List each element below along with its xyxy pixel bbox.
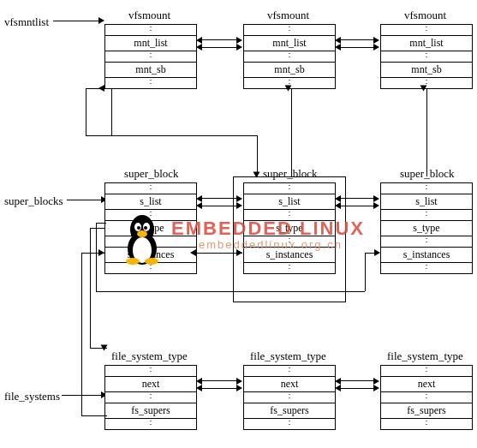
mnt-list-field: mnt_list <box>381 36 472 51</box>
watermark-main: EMBEDDED LINUX <box>171 218 365 240</box>
fs-supers-field: fs_supers <box>244 403 335 419</box>
next-field: next <box>244 377 335 392</box>
s-list-field: s_list <box>244 194 335 210</box>
arrow-icon <box>285 86 292 92</box>
bidir-arrow <box>335 196 379 208</box>
ellipsis: ⋮ <box>381 366 472 377</box>
svg-point-8 <box>126 258 140 265</box>
bidir-arrow <box>196 196 242 208</box>
vfsmount-struct: ⋮ mnt_list ⋮ mnt_sb ⋮ <box>380 24 473 89</box>
arrow-icon <box>98 85 104 92</box>
mnt-sb-field: mnt_sb <box>105 63 196 78</box>
watermark-sub: embeddedlinux.org.cn <box>199 238 343 251</box>
bidir-arrow <box>335 38 379 50</box>
line <box>90 228 91 348</box>
s-list-field: s_list <box>105 194 196 210</box>
fst-title: file_system_type <box>250 349 326 363</box>
line <box>81 415 107 416</box>
fst-title: file_system_type <box>387 349 463 363</box>
ellipsis: ⋮ <box>105 25 196 36</box>
ellipsis: ⋮ <box>381 419 472 429</box>
super-block-title: super_block <box>400 167 455 181</box>
arrow-icon <box>374 249 380 256</box>
ellipsis: ⋮ <box>105 366 196 377</box>
ellipsis: ⋮ <box>244 366 335 377</box>
line <box>86 88 86 135</box>
line <box>67 200 103 200</box>
ellipsis: ⋮ <box>381 236 472 248</box>
arrow-icon <box>190 249 196 256</box>
line <box>53 21 100 21</box>
next-field: next <box>381 377 472 392</box>
bidir-arrow <box>196 38 242 50</box>
vfsmount-title: vfsmount <box>404 9 446 22</box>
svg-point-9 <box>145 258 158 265</box>
tux-penguin-icon <box>118 210 166 266</box>
arrow-icon <box>98 17 104 24</box>
line <box>96 223 106 224</box>
fs-supers-field: fs_supers <box>381 403 472 419</box>
ellipsis: ⋮ <box>381 183 472 194</box>
arrow-icon <box>253 172 260 178</box>
line <box>291 88 292 176</box>
line <box>62 395 103 396</box>
vfsmntlist-label: vfsmntlist <box>4 15 49 29</box>
line <box>90 228 104 229</box>
line <box>111 88 112 135</box>
svg-point-7 <box>137 230 147 237</box>
file-systems-label: file_systems <box>4 390 60 403</box>
ellipsis: ⋮ <box>381 51 472 63</box>
s-instances-field: s_instances <box>381 248 472 263</box>
arrow-icon <box>98 249 104 256</box>
super-block-title: super_block <box>263 167 318 181</box>
ellipsis: ⋮ <box>381 392 472 403</box>
line <box>426 88 427 176</box>
super-block-title: super_block <box>124 167 179 181</box>
line <box>96 291 365 292</box>
ellipsis: ⋮ <box>105 419 196 429</box>
ellipsis: ⋮ <box>244 263 335 273</box>
line <box>111 88 112 89</box>
ellipsis: ⋮ <box>105 183 196 194</box>
vfsmount-title: vfsmount <box>267 9 309 22</box>
ellipsis: ⋮ <box>244 25 335 36</box>
s-list-field: s_list <box>381 194 472 210</box>
svg-point-6 <box>144 226 147 230</box>
mnt-sb-field: mnt_sb <box>381 63 472 78</box>
bidir-arrow <box>335 379 379 391</box>
ellipsis: ⋮ <box>105 392 196 403</box>
s-type-field: s_type <box>381 221 472 236</box>
line <box>96 223 97 291</box>
ellipsis: ⋮ <box>105 51 196 63</box>
fst-struct: ⋮ next ⋮ fs_supers ⋮ <box>243 365 336 430</box>
ellipsis: ⋮ <box>244 183 335 194</box>
mnt-list-field: mnt_list <box>105 36 196 51</box>
ellipsis: ⋮ <box>244 419 335 429</box>
line <box>196 253 242 254</box>
ellipsis: ⋮ <box>244 51 335 63</box>
ellipsis: ⋮ <box>381 210 472 221</box>
super-blocks-label: super_blocks <box>4 194 63 208</box>
vfsmount-struct: ⋮ mnt_list ⋮ mnt_sb ⋮ <box>243 24 336 89</box>
arrow-icon <box>101 345 108 351</box>
bidir-arrow <box>196 379 242 391</box>
ellipsis: ⋮ <box>105 78 196 88</box>
line <box>365 253 366 291</box>
ellipsis: ⋮ <box>381 25 472 36</box>
super-block-struct: ⋮ s_list ⋮ s_type ⋮ s_instances ⋮ <box>380 182 473 274</box>
mnt-sb-field: mnt_sb <box>244 63 335 78</box>
next-field: next <box>105 377 196 392</box>
fs-supers-field: fs_supers <box>105 403 196 419</box>
vfsmount-title: vfsmount <box>128 9 170 22</box>
ellipsis: ⋮ <box>381 263 472 273</box>
line <box>81 253 82 415</box>
line <box>86 135 257 136</box>
svg-point-5 <box>137 226 140 230</box>
fst-title: file_system_type <box>111 349 188 363</box>
vfsmount-struct: ⋮ mnt_list ⋮ mnt_sb ⋮ <box>104 24 197 89</box>
fst-struct: ⋮ next ⋮ fs_supers ⋮ <box>380 365 473 430</box>
mnt-list-field: mnt_list <box>244 36 335 51</box>
arrow-icon <box>420 86 427 92</box>
line <box>257 135 258 176</box>
ellipsis: ⋮ <box>244 392 335 403</box>
